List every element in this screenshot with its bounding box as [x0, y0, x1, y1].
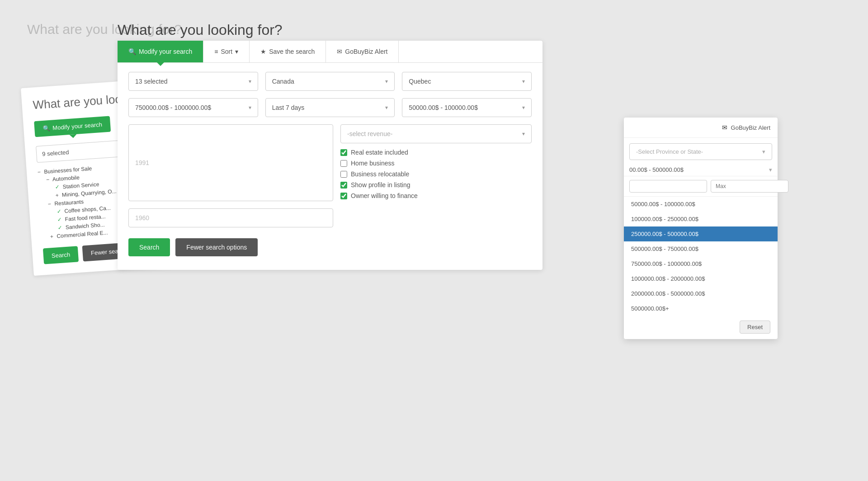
real-estate-input[interactable]: [340, 149, 347, 156]
real-estate-checkbox[interactable]: Real estate included: [340, 149, 532, 156]
owner-finance-checkbox[interactable]: Owner willing to finance: [340, 192, 532, 199]
price-range-select[interactable]: 750000.00$ - 1000000.00$ ▾: [128, 98, 258, 117]
toolbar: 🔍 Modify your search ≡ Sort ▾ ★ Save the…: [118, 41, 542, 63]
owner-finance-input[interactable]: [340, 193, 347, 199]
spacer: [340, 208, 532, 227]
form-row-1: 13 selected ▾ Canada ▾ Quebec ▾: [128, 72, 532, 91]
revenue-select[interactable]: -select revenue- ▾: [340, 124, 532, 143]
modify-search-button[interactable]: 🔍 Modify your search: [118, 41, 203, 62]
dd-option-6[interactable]: 1000000.00$ - 2000000.00$: [624, 271, 778, 286]
form-row-4: [128, 208, 532, 227]
chevron-down-icon: ▾: [522, 78, 525, 85]
bg-search-button[interactable]: Search: [43, 246, 79, 264]
cashflow-select[interactable]: 50000.00$ - 100000.00$ ▾: [402, 98, 532, 117]
checkboxes-container: -select revenue- ▾ Real estate included …: [340, 124, 532, 201]
chevron-down-icon: ▾: [385, 78, 388, 85]
sort-icon: ≡: [214, 48, 218, 55]
business-relocatable-checkbox[interactable]: Business relocatable: [340, 170, 532, 178]
dd-option-2[interactable]: 100000.00$ - 250000.00$: [624, 212, 778, 226]
gobuy-alert-button[interactable]: ✉ GoBuyBiz Alert: [326, 41, 399, 62]
show-profile-checkbox[interactable]: Show profile in listing: [340, 181, 532, 189]
search-icon: 🔍: [42, 125, 50, 132]
province-select[interactable]: Quebec ▾: [402, 72, 532, 91]
country-select[interactable]: Canada ▾: [265, 72, 395, 91]
bg-modify-button[interactable]: 🔍 Modify your search: [34, 116, 111, 137]
form-row-3: -select revenue- ▾ Real estate included …: [128, 124, 532, 201]
date-select[interactable]: Last 7 days ▾: [265, 98, 395, 117]
main-search-card: 🔍 Modify your search ≡ Sort ▾ ★ Save the…: [118, 41, 542, 270]
form-row-2: 750000.00$ - 1000000.00$ ▾ Last 7 days ▾…: [128, 98, 532, 117]
dd-option-5[interactable]: 750000.00$ - 1000000.00$: [624, 256, 778, 271]
sort-button[interactable]: ≡ Sort ▾: [203, 41, 250, 62]
year-asking-input[interactable]: [128, 208, 333, 227]
checkboxes: Real estate included Home business Busin…: [340, 147, 532, 201]
save-search-button[interactable]: ★ Save the search: [250, 41, 326, 62]
categories-select[interactable]: 13 selected ▾: [128, 72, 258, 91]
year-established-input[interactable]: [128, 124, 333, 201]
show-profile-input[interactable]: [340, 182, 347, 189]
reset-button[interactable]: Reset: [740, 321, 770, 334]
dd-option-7[interactable]: 2000000.00$ - 5000000.00$: [624, 286, 778, 301]
dd-max-input[interactable]: [711, 180, 788, 193]
chevron-down-icon: ▾: [769, 166, 772, 173]
dd-option-4[interactable]: 500000.00$ - 750000.00$: [624, 241, 778, 256]
chevron-down-icon: ▾: [249, 104, 251, 111]
dd-province-select[interactable]: -Select Province or State- ▾: [629, 143, 772, 160]
search-form: 13 selected ▾ Canada ▾ Quebec ▾ 750000.0…: [118, 72, 542, 227]
search-button[interactable]: Search: [128, 238, 170, 256]
home-business-checkbox[interactable]: Home business: [340, 160, 532, 167]
home-business-input[interactable]: [340, 160, 347, 167]
chevron-down-icon: ▾: [249, 78, 251, 85]
chevron-down-icon: ▾: [522, 131, 525, 137]
dropdown-header: ✉ GoBuyBiz Alert: [624, 118, 778, 138]
chevron-down-icon: ▾: [235, 48, 238, 55]
dd-option-3[interactable]: 250000.00$ - 500000.00$: [624, 226, 778, 241]
fewer-options-button[interactable]: Fewer search options: [175, 238, 258, 256]
reset-row: Reset: [624, 316, 778, 337]
search-icon: 🔍: [128, 48, 136, 55]
email-icon: ✉: [337, 48, 342, 55]
business-relocatable-input[interactable]: [340, 171, 347, 178]
email-icon: ✉: [722, 124, 727, 131]
action-buttons: Search Fewer search options: [118, 238, 542, 256]
dd-option-8[interactable]: 5000000.00$+: [624, 301, 778, 316]
dd-min-input[interactable]: [629, 180, 707, 193]
dd-option-1[interactable]: 50000.00$ - 100000.00$: [624, 197, 778, 212]
dd-range-inputs: [624, 176, 778, 197]
page-title: What are you looking for?: [118, 22, 283, 38]
star-icon: ★: [260, 48, 266, 55]
price-dropdown: ✉ GoBuyBiz Alert -Select Province or Sta…: [624, 118, 778, 339]
dd-price-row-1[interactable]: 00.00$ - 500000.00$ ▾: [624, 164, 778, 176]
chevron-down-icon: ▾: [762, 148, 765, 155]
chevron-down-icon: ▾: [522, 104, 525, 111]
chevron-down-icon: ▾: [385, 104, 388, 111]
